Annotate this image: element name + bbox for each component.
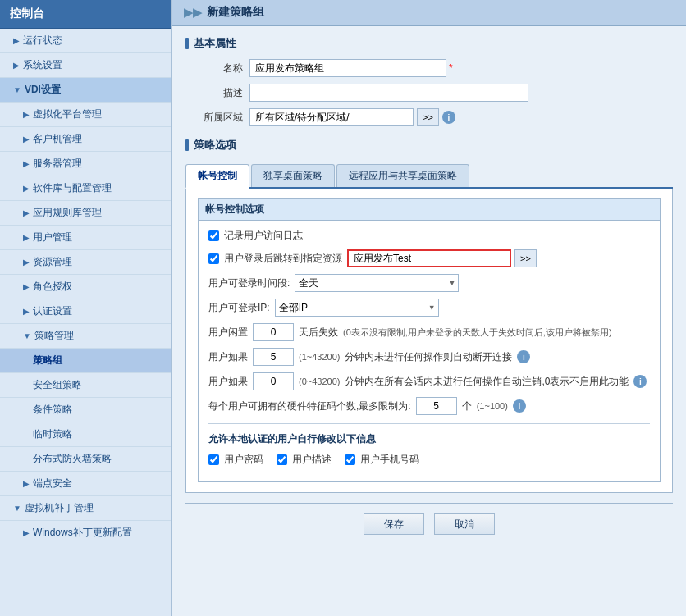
log-access-label[interactable]: 记录用户访问日志 <box>224 229 303 243</box>
account-control-body: 记录用户访问日志 用户登录后跳转到指定资源 >> 用户可登录时间段: <box>198 220 661 482</box>
sidebar: 控制台 ▶ 运行状态 ▶ 系统设置 ▼ VDI设置 ▶ 虚拟化平台管理 ▶ 客户… <box>0 0 172 616</box>
sidebar-item-security-policy[interactable]: 安全组策略 <box>0 373 172 398</box>
arrow-icon: ▶ <box>23 479 30 488</box>
allow-checkboxes-row: 用户密码 用户描述 用户手机号码 <box>208 453 650 467</box>
arrow-icon: ▶ <box>23 307 30 316</box>
sidebar-item-software-mgmt[interactable]: ▶ 软件库与配置管理 <box>0 176 172 201</box>
hwid-label: 每个用户可拥有的硬件特征码个数,最多限制为: <box>208 399 411 413</box>
save-button[interactable]: 保存 <box>364 513 424 535</box>
idle-unit-label: 天后失效 <box>299 326 338 340</box>
allow-desc-label[interactable]: 用户描述 <box>292 453 332 467</box>
logout-input[interactable] <box>253 372 294 390</box>
domain-row: >> i <box>249 108 455 126</box>
resource-browse-button[interactable]: >> <box>514 249 537 267</box>
allow-desc-checkbox[interactable] <box>277 454 287 465</box>
sidebar-item-virt-platform[interactable]: ▶ 虚拟化平台管理 <box>0 103 172 127</box>
desc-label: 描述 <box>185 86 243 100</box>
name-field-group: 名称 * <box>185 59 673 77</box>
login-ip-select-wrap: 全部IP <box>275 299 439 317</box>
sidebar-item-policy-mgmt[interactable]: ▼ 策略管理 <box>0 324 172 349</box>
cancel-button[interactable]: 取消 <box>434 513 495 535</box>
domain-input[interactable] <box>249 108 414 126</box>
name-required: * <box>449 62 453 74</box>
login-period-select[interactable]: 全天 <box>295 274 459 292</box>
domain-info-icon[interactable]: i <box>442 111 455 124</box>
jump-resource-checkbox[interactable] <box>208 253 219 264</box>
logout-label1: 用户如果 <box>208 375 248 389</box>
sidebar-item-policy-group[interactable]: 策略组 <box>0 349 172 373</box>
arrow-icon: ▶ <box>23 208 30 217</box>
logout-row: 用户如果 (0~43200) 分钟内在所有会话内未进行任何操作自动注销,0表示不… <box>208 372 650 390</box>
allow-password-checkbox[interactable] <box>208 454 219 465</box>
hwid-input[interactable] <box>416 397 457 415</box>
sidebar-item-server-mgmt[interactable]: ▶ 服务器管理 <box>0 152 172 176</box>
tab-account-control[interactable]: 帐号控制 <box>185 164 249 189</box>
hwid-row: 每个用户可拥有的硬件特征码个数,最多限制为: 个 (1~100) i <box>208 397 650 415</box>
login-ip-label: 用户可登录IP: <box>208 301 270 315</box>
arrow-icon: ▶ <box>23 258 30 267</box>
sidebar-item-auth-settings[interactable]: ▶ 认证设置 <box>0 299 172 324</box>
log-access-checkbox[interactable] <box>208 230 219 241</box>
sidebar-item-app-rules[interactable]: ▶ 应用规则库管理 <box>0 201 172 226</box>
sidebar-item-role-auth[interactable]: ▶ 角色授权 <box>0 275 172 299</box>
sidebar-item-resource-mgmt[interactable]: ▶ 资源管理 <box>0 250 172 275</box>
jump-resource-row: 用户登录后跳转到指定资源 >> <box>208 249 650 267</box>
sidebar-item-vdi-settings[interactable]: ▼ VDI设置 <box>0 78 172 103</box>
sidebar-item-condition-policy[interactable]: 条件策略 <box>0 398 172 422</box>
hwid-range: (1~100) <box>477 401 508 411</box>
allow-section-title: 允许本地认证的用户自行修改以下信息 <box>208 432 650 446</box>
arrow-icon: ▼ <box>13 504 21 513</box>
disconnect-range: (1~43200) <box>299 352 340 362</box>
hwid-unit: 个 <box>462 399 472 413</box>
allow-password-label[interactable]: 用户密码 <box>224 453 263 467</box>
header-arrow-icon: ▶▶ <box>184 6 202 19</box>
log-access-row: 记录用户访问日志 <box>208 229 650 243</box>
disconnect-info-icon[interactable]: i <box>517 350 530 363</box>
tab-exclusive-desktop[interactable]: 独享桌面策略 <box>251 164 335 187</box>
resource-input[interactable] <box>347 249 511 267</box>
domain-browse-button[interactable]: >> <box>417 108 439 126</box>
resource-input-row: >> <box>347 249 537 267</box>
main-content: ▶▶ 新建策略组 基本属性 名称 * 描述 所属区域 >> i 策略选项 <box>172 0 686 616</box>
allow-phone-checkbox[interactable] <box>345 454 355 465</box>
arrow-icon: ▶ <box>13 61 20 70</box>
arrow-icon: ▶ <box>23 110 30 119</box>
sidebar-item-client-mgmt[interactable]: ▶ 客户机管理 <box>0 127 172 152</box>
arrow-icon: ▶ <box>13 36 20 45</box>
bottom-bar: 保存 取消 <box>185 503 673 548</box>
login-ip-select[interactable]: 全部IP <box>275 299 439 317</box>
idle-input[interactable] <box>253 323 294 341</box>
arrow-icon: ▼ <box>23 331 31 340</box>
domain-field-group: 所属区域 >> i <box>185 108 673 126</box>
jump-resource-label[interactable]: 用户登录后跳转到指定资源 <box>224 252 342 266</box>
name-input[interactable] <box>249 59 446 77</box>
allow-phone-label[interactable]: 用户手机号码 <box>360 453 419 467</box>
page-title: 新建策略组 <box>207 5 264 20</box>
logout-label2: 分钟内在所有会话内未进行任何操作自动注销,0表示不启用此功能 <box>345 375 629 389</box>
sidebar-item-sys-settings[interactable]: ▶ 系统设置 <box>0 53 172 78</box>
sidebar-item-temp-policy[interactable]: 临时策略 <box>0 422 172 447</box>
arrow-icon: ▶ <box>23 135 30 144</box>
name-label: 名称 <box>185 62 243 75</box>
sidebar-item-firewall-policy[interactable]: 分布式防火墙策略 <box>0 447 172 472</box>
login-ip-row: 用户可登录IP: 全部IP <box>208 299 650 317</box>
desc-input[interactable] <box>249 84 528 102</box>
sidebar-item-windows-patch[interactable]: ▶ Windows补丁更新配置 <box>0 521 172 545</box>
idle-label: 用户闲置 <box>208 326 248 340</box>
sidebar-item-endpoint-security[interactable]: ▶ 端点安全 <box>0 472 172 496</box>
logout-range: (0~43200) <box>299 376 340 386</box>
sidebar-item-user-mgmt[interactable]: ▶ 用户管理 <box>0 226 172 250</box>
section-divider <box>208 423 650 424</box>
policy-options-title: 策略选项 <box>185 138 673 153</box>
logout-info-icon[interactable]: i <box>633 375 647 388</box>
sidebar-item-run-status[interactable]: ▶ 运行状态 <box>0 29 172 53</box>
disconnect-label2: 分钟内未进行任何操作则自动断开连接 <box>345 350 512 364</box>
hwid-info-icon[interactable]: i <box>513 399 526 413</box>
tab-remote-shared[interactable]: 远程应用与共享桌面策略 <box>336 164 469 187</box>
disconnect-input[interactable] <box>253 348 294 366</box>
sidebar-item-vm-patch-mgmt[interactable]: ▼ 虚拟机补丁管理 <box>0 496 172 521</box>
arrow-icon: ▶ <box>23 233 30 242</box>
disconnect-row: 用户如果 (1~43200) 分钟内未进行任何操作则自动断开连接 i <box>208 348 650 366</box>
arrow-icon: ▶ <box>23 282 30 291</box>
sidebar-header: 控制台 <box>0 0 172 29</box>
